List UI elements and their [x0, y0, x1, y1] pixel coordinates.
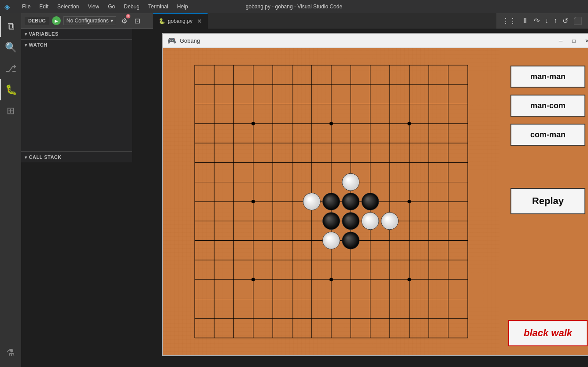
debug-stop-button[interactable]: ⬛: [571, 15, 584, 27]
variables-section-header[interactable]: ▾ VARIABLES: [21, 29, 132, 39]
watch-content: [21, 50, 132, 151]
com-man-button[interactable]: com-man: [510, 124, 585, 146]
activity-source-control[interactable]: ⎇: [0, 58, 21, 79]
board-canvas[interactable]: [181, 52, 481, 351]
debug-label: DEBUG: [25, 17, 49, 25]
call-stack-chevron: ▾: [25, 155, 27, 160]
gobang-content: man-man man-com com-man Replay black wal…: [163, 48, 588, 355]
tab-close-icon[interactable]: ✕: [197, 18, 202, 25]
activity-debug[interactable]: 🐛: [0, 79, 21, 100]
watch-section-header[interactable]: ▾ WATCH: [21, 40, 132, 50]
debug-toolbar: DEBUG ▶ No Configurations ▾ ⚙ 3 ⊡: [21, 13, 153, 29]
activity-flask[interactable]: ⚗: [0, 342, 21, 363]
activity-search[interactable]: 🔍: [0, 37, 21, 58]
debug-dots-icon[interactable]: ⋮⋮: [500, 15, 518, 27]
game-right-panel: man-man man-com com-man Replay black wal…: [499, 48, 588, 355]
board-container[interactable]: [181, 52, 481, 351]
chevron-down-icon: ▾: [111, 18, 113, 24]
watch-chevron: ▾: [25, 43, 27, 48]
man-com-button[interactable]: man-com: [510, 95, 585, 117]
gobang-window-icon: 🎮: [167, 37, 176, 45]
watch-label: WATCH: [29, 42, 48, 48]
menu-bar: File Edit Selection View Go Debug Termin…: [18, 2, 192, 11]
menu-view[interactable]: View: [83, 2, 104, 11]
variables-label: VARIABLES: [29, 31, 59, 37]
game-board-area[interactable]: [163, 48, 499, 355]
menu-go[interactable]: Go: [104, 2, 119, 11]
debug-step-over-button[interactable]: ↷: [532, 15, 542, 27]
titlebar: ◈ File Edit Selection View Go Debug Term…: [0, 0, 588, 13]
window-title: gobang.py - gobang - Visual Studio Code: [246, 4, 342, 10]
editor-area: 🎮 Gobang ─ □ ✕: [153, 29, 588, 367]
activity-bar: ⧉ 🔍 ⎇ 🐛 ⊞ ⚗: [0, 13, 21, 367]
menu-debug[interactable]: Debug: [119, 2, 144, 11]
activity-explorer[interactable]: ⧉: [0, 16, 21, 37]
gobang-window-title: Gobang: [180, 37, 552, 44]
debug-step-into-button[interactable]: ↓: [543, 15, 551, 26]
window-restore-button[interactable]: □: [569, 36, 579, 46]
debug-terminal-icon[interactable]: ⊡: [132, 15, 142, 27]
menu-file[interactable]: File: [18, 2, 35, 11]
vscode-icon: ◈: [4, 3, 10, 11]
debug-config-selector[interactable]: No Configurations ▾: [63, 16, 116, 25]
debug-restart-button[interactable]: ↺: [560, 15, 570, 27]
sidebar: ▾ VARIABLES ▾ WATCH ▾ CALL STACK: [21, 29, 132, 162]
window-close-button[interactable]: ✕: [582, 36, 588, 46]
variables-chevron: ▾: [25, 32, 27, 37]
menu-terminal[interactable]: Terminal: [144, 2, 173, 11]
config-label: No Configurations: [67, 18, 109, 24]
menu-selection[interactable]: Selection: [53, 2, 83, 11]
python-file-icon: 🐍: [159, 18, 165, 24]
debug-play-button[interactable]: ▶: [52, 16, 61, 25]
gobang-positioner: 🎮 Gobang ─ □ ✕: [153, 29, 588, 367]
man-man-button[interactable]: man-man: [510, 66, 585, 88]
gobang-titlebar: 🎮 Gobang ─ □ ✕: [163, 34, 588, 48]
menu-edit[interactable]: Edit: [35, 2, 53, 11]
replay-button[interactable]: Replay: [510, 188, 585, 214]
gear-badge: 3: [126, 14, 130, 18]
game-status-box: black walk: [508, 320, 588, 346]
gobang-window: 🎮 Gobang ─ □ ✕: [162, 33, 588, 356]
window-minimize-button[interactable]: ─: [556, 36, 566, 46]
tab-label: gobang.py: [168, 18, 192, 24]
tab-gobang-py[interactable]: 🐍 gobang.py ✕: [153, 13, 208, 29]
debug-pause-button[interactable]: ⏸: [519, 15, 531, 26]
debug-step-out-button[interactable]: ↑: [551, 15, 559, 26]
call-stack-section: ▾ CALL STACK: [21, 151, 132, 162]
menu-help[interactable]: Help: [173, 2, 192, 11]
gear-button-container: ⚙ 3: [119, 15, 129, 27]
watch-section: ▾ WATCH: [21, 39, 132, 151]
call-stack-header[interactable]: ▾ CALL STACK: [21, 152, 132, 162]
call-stack-label: CALL STACK: [29, 154, 62, 160]
activity-extensions[interactable]: ⊞: [0, 100, 21, 121]
